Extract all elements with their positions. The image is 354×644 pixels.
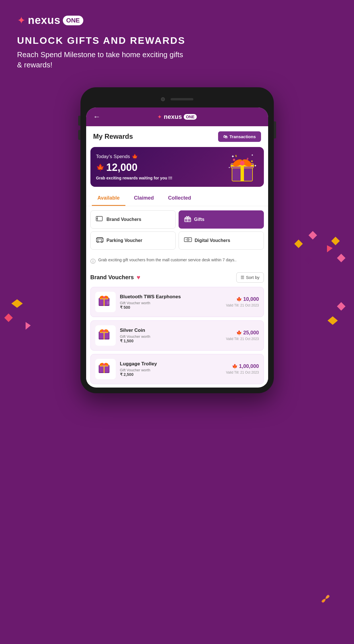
parking-voucher-label: Parking Voucher xyxy=(107,238,142,243)
voucher-name-3: Luggage Trolley xyxy=(120,361,222,367)
voucher-points-value-2: 25,000 xyxy=(243,330,259,336)
voucher-image-2 xyxy=(95,325,116,346)
voucher-points-2: 🍁 25,000 xyxy=(226,330,259,336)
voucher-valid-2: Valid Till: 21 Oct 2023 xyxy=(226,337,259,341)
voucher-image-3 xyxy=(95,359,116,379)
spend-label: Today's Spends 🍁 xyxy=(96,154,227,160)
svg-point-23 xyxy=(240,161,245,165)
brand-vouchers-category-button[interactable]: Brand Vouchers xyxy=(90,210,176,229)
gift-icon xyxy=(184,215,191,224)
svg-text:✦: ✦ xyxy=(231,154,235,159)
volume-down-button xyxy=(78,130,80,140)
tagline-sub: Reach Spend Milestone to take home excit… xyxy=(17,49,188,70)
points-star-icon-1: 🍁 xyxy=(236,297,242,302)
voucher-name-1: Bluetooth TWS Earphones xyxy=(120,294,222,300)
gifts-category-button[interactable]: Gifts xyxy=(179,210,264,229)
brand-vouchers-header: Brand Vouchers ♥ ☰ Sort by xyxy=(90,272,264,283)
voucher-card-2[interactable]: Silver Coin Gift Voucher worth ₹ 1,500 🍁… xyxy=(90,320,264,351)
spend-amount: 🍁 12,000 xyxy=(96,161,227,173)
filter-icon: ☰ xyxy=(241,275,244,280)
heart-icon: ♥ xyxy=(137,274,140,281)
back-button[interactable]: ← xyxy=(93,112,101,121)
brand-vouchers-label: Brand Vouchers xyxy=(107,217,141,222)
voucher-points-value-1: 10,000 xyxy=(243,296,259,302)
tab-collected[interactable]: Collected xyxy=(162,191,197,206)
svg-rect-37 xyxy=(97,237,103,239)
sort-button[interactable]: ☰ Sort by xyxy=(236,272,264,283)
tab-available[interactable]: Available xyxy=(92,191,125,206)
svg-point-67 xyxy=(103,363,105,366)
voucher-worth-value-1: ₹ 500 xyxy=(120,305,222,310)
voucher-worth-value-2: ₹ 1,500 xyxy=(120,339,222,343)
app-logo-text: nexus xyxy=(164,113,182,121)
voucher-info-3: Luggage Trolley Gift Voucher worth ₹ 2,5… xyxy=(120,361,222,377)
voucher-points-value-3: 1,00,000 xyxy=(239,363,259,369)
spend-info: Today's Spends 🍁 🍁 12,000 Grab exciting … xyxy=(96,154,227,180)
app-header-bar: ← ✦ nexus ONE xyxy=(86,107,268,126)
svg-rect-27 xyxy=(235,155,237,157)
rewards-page-title: My Rewards xyxy=(93,132,133,140)
category-grid: Brand Vouchers Gifts xyxy=(86,206,268,254)
svg-point-25 xyxy=(251,160,253,162)
svg-rect-51 xyxy=(107,301,111,305)
phone-notch xyxy=(86,93,268,106)
svg-rect-30 xyxy=(97,218,97,220)
transactions-button[interactable]: 🛍 Transactions xyxy=(218,131,261,142)
spend-sub-text: Grab exciting rewards waiting for you !!… xyxy=(96,176,227,180)
digital-vouchers-label: Digital Vouchers xyxy=(195,238,230,243)
voucher-points-area-2: 🍁 25,000 Valid Till: 21 Oct 2023 xyxy=(226,330,259,341)
points-star-icon-3: 🍁 xyxy=(232,364,238,369)
page-header: ✦ nexus ONE UNLOCK GIFTS AND REWARDS Rea… xyxy=(0,0,354,76)
digital-vouchers-category-button[interactable]: Digital Vouchers xyxy=(179,231,264,250)
info-text: Grab exciting gift vouchers from the mal… xyxy=(98,257,237,263)
voucher-name-2: Silver Coin xyxy=(120,328,222,333)
phone-screen: ← ✦ nexus ONE My Rewards 🛍 Transactions xyxy=(86,107,268,388)
transactions-label: Transactions xyxy=(229,134,256,139)
svg-rect-42 xyxy=(187,239,189,240)
voucher-card-3[interactable]: Luggage Trolley Gift Voucher worth ₹ 2,5… xyxy=(90,354,264,384)
shopping-bag-icon: 🛍 xyxy=(223,134,227,139)
flame-icon: 🍁 xyxy=(132,154,138,160)
info-bar: ⓘ Grab exciting gift vouchers from the m… xyxy=(86,254,268,268)
brand-vouchers-section-title: Brand Vouchers xyxy=(90,274,134,281)
logo-one-badge: ONE xyxy=(63,16,83,25)
voucher-points-3: 🍁 1,00,000 xyxy=(226,363,259,369)
rewards-tabs: Available Claimed Collected xyxy=(86,191,268,206)
phone-speaker xyxy=(171,98,193,100)
spend-label-text: Today's Spends xyxy=(96,154,130,160)
voucher-worth-label-1: Gift Voucher worth xyxy=(120,301,222,305)
voucher-worth-value-3: ₹ 2,500 xyxy=(120,372,222,377)
parking-icon xyxy=(96,236,104,245)
svg-point-24 xyxy=(233,159,235,161)
svg-rect-26 xyxy=(246,158,248,160)
voucher-valid-3: Valid Till: 21 Oct 2023 xyxy=(226,370,259,374)
svg-point-59 xyxy=(103,330,105,332)
voucher-card-1[interactable]: Bluetooth TWS Earphones Gift Voucher wor… xyxy=(90,287,264,317)
svg-text:✦: ✦ xyxy=(228,166,230,169)
voucher-valid-1: Valid Till: 21 Oct 2023 xyxy=(226,303,259,307)
phone-mockup: ← ✦ nexus ONE My Rewards 🛍 Transactions xyxy=(0,87,354,393)
spend-amount-value: 12,000 xyxy=(106,161,138,173)
svg-point-50 xyxy=(103,296,105,299)
svg-text:✦: ✦ xyxy=(254,164,257,168)
app-logo: ✦ nexus ONE xyxy=(157,113,197,121)
brand-vouchers-section: Brand Vouchers ♥ ☰ Sort by xyxy=(86,268,268,384)
brand-vouchers-title-area: Brand Vouchers ♥ xyxy=(90,274,140,281)
voucher-points-area-3: 🍁 1,00,000 Valid Till: 21 Oct 2023 xyxy=(226,363,259,374)
svg-text:✦: ✦ xyxy=(251,154,253,157)
gift-illustration: ✦ ✦ ✦ ✦ xyxy=(227,153,258,181)
tab-claimed[interactable]: Claimed xyxy=(128,191,160,206)
voucher-info-1: Bluetooth TWS Earphones Gift Voucher wor… xyxy=(120,294,222,310)
parking-voucher-category-button[interactable]: Parking Voucher xyxy=(90,231,176,250)
voucher-points-area-1: 🍁 10,000 Valid Till: 21 Oct 2023 xyxy=(226,296,259,307)
power-button xyxy=(274,121,276,138)
phone-frame: ← ✦ nexus ONE My Rewards 🛍 Transactions xyxy=(80,87,274,393)
voucher-worth-label-3: Gift Voucher worth xyxy=(120,368,222,372)
gifts-label: Gifts xyxy=(194,217,204,222)
points-star-icon-2: 🍁 xyxy=(236,330,242,336)
volume-up-button xyxy=(78,116,80,126)
sort-label: Sort by xyxy=(246,275,260,280)
digital-icon xyxy=(184,236,192,245)
svg-rect-34 xyxy=(96,238,103,242)
decorative-flower xyxy=(314,589,337,610)
